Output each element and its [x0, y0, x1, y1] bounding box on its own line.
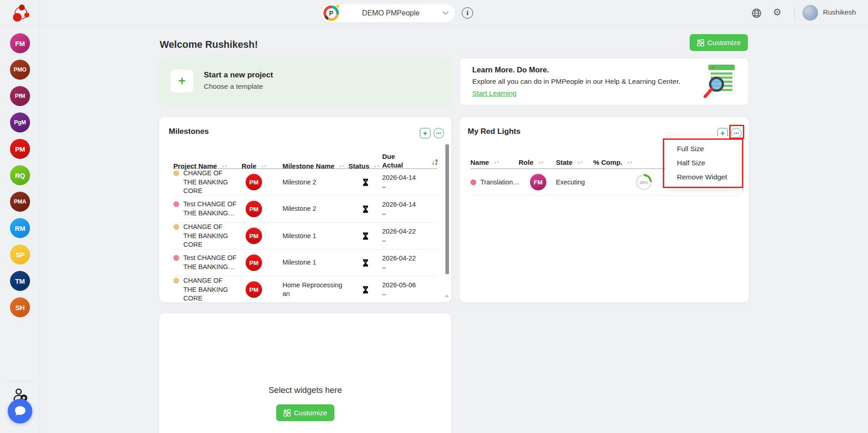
sidebar-role-pgm[interactable]: PgM [10, 112, 30, 132]
column-project-name[interactable]: Project Name▲▼ [173, 162, 242, 170]
sidebar-role-pmo[interactable]: PMO [10, 60, 30, 80]
milestone-row: CHANGE OF THE BANKING CORE PM Home Repro… [173, 276, 438, 302]
column-name[interactable]: Name▲▼ [470, 158, 519, 166]
project-name-cell: CHANGE OF THE BANKING CORE [173, 276, 242, 302]
sort-icon[interactable]: ▲▼ [222, 165, 227, 167]
role-cell: PM [242, 255, 283, 271]
chat-button[interactable] [8, 399, 32, 423]
sidebar-role-rq[interactable]: RQ [10, 165, 30, 185]
project-name-cell: CHANGE OF THE BANKING CORE [173, 169, 242, 196]
workspace-name: DEMO PMPeople [339, 9, 443, 17]
progress-ring-label: 25% [638, 176, 650, 188]
red-lights-title: My Red Lights [468, 127, 520, 136]
sidebar-role-sh[interactable]: SH [10, 297, 30, 317]
sidebar-roles: FMPMOPfMPgMPMRQPMARMSPTMSH [0, 33, 40, 317]
hourglass-icon [363, 205, 368, 213]
customize-button-bottom[interactable]: Customize [276, 404, 334, 421]
menu-item-half-size[interactable]: Half Size [677, 156, 742, 170]
sidebar-role-tm[interactable]: TM [10, 271, 30, 291]
user-avatar[interactable] [802, 4, 819, 21]
project-status-dot [173, 201, 179, 207]
role-cell: FM [519, 174, 556, 190]
sort-icon[interactable]: ▲▼ [577, 161, 583, 163]
gear-icon[interactable]: ⚙ [773, 7, 782, 17]
milestone-row: CHANGE OF THE BANKING CORE PM Milestone … [173, 223, 438, 250]
learning-illustration [699, 63, 737, 102]
column-milestone-name[interactable]: Milestone Name▲▼ [283, 162, 348, 170]
sort-icon[interactable]: ▲▼ [538, 161, 544, 163]
column-pct-comp[interactable]: % Comp.▲▼ [593, 158, 657, 166]
learn-more-card: Learn More. Do More. Explore all you can… [459, 58, 749, 105]
milestones-table-header: Project Name▲▼ Role▲▼ Milestone Name▲▼ S… [173, 153, 438, 169]
role-cell: PM [242, 228, 283, 244]
name-cell: Translation… [470, 178, 519, 186]
pmpeople-logo-icon: P ★ [323, 5, 339, 21]
sort-icon[interactable]: ▲▼ [627, 161, 633, 163]
start-new-project-card[interactable]: + Start a new project Choose a template [159, 58, 451, 105]
sidebar-role-sp[interactable]: SP [10, 245, 30, 265]
sidebar-role-pma[interactable]: PMA [10, 192, 30, 212]
widget-placeholder-card: Select widgets here Customize [159, 313, 451, 433]
placeholder-title: Select widgets here [268, 385, 342, 395]
status-cell [348, 205, 382, 213]
topbar-divider [794, 8, 795, 19]
milestone-row: Test CHANGE OF THE BANKING… PM Milestone… [173, 196, 438, 223]
sort-descending-icon[interactable]: ↓AZ [431, 158, 438, 166]
milestone-row: CHANGE OF THE BANKING CORE PM Milestone … [173, 169, 438, 196]
widget-menu: Full SizeHalf SizeRemove Widget [665, 136, 742, 187]
learn-card-title: Learn More. Do More. [472, 66, 549, 74]
add-widget-button[interactable]: + [420, 128, 430, 138]
column-state[interactable]: State▲▼ [556, 158, 593, 166]
sidebar-role-rm[interactable]: RM [10, 218, 30, 238]
sort-icon[interactable]: ▲▼ [494, 161, 500, 163]
hourglass-icon [363, 232, 368, 240]
learn-card-body: Explore all you can do in PMPeople in ou… [472, 77, 681, 86]
red-lights-widget: My Red Lights + Name▲▼ Role▲▼ State▲▼ % … [459, 117, 749, 302]
page-title: Welcome Rushikesh! [160, 39, 258, 51]
red-light-dot [470, 179, 476, 185]
milestones-widget: Milestones + Project Name▲▼ Role▲▼ Miles… [159, 117, 451, 302]
column-status[interactable]: Status▲▼ [348, 162, 382, 170]
role-badge-pm: PM [246, 174, 262, 190]
user-name: Rushikesh [823, 8, 856, 16]
sort-icon[interactable]: ▲▼ [339, 165, 345, 167]
sidebar-role-fm[interactable]: FM [10, 33, 30, 53]
sidebar-role-pfm[interactable]: PfM [10, 86, 30, 106]
column-role[interactable]: Role▲▼ [242, 162, 283, 170]
menu-item-remove-widget[interactable]: Remove Widget [677, 170, 742, 184]
column-role[interactable]: Role▲▼ [519, 158, 556, 166]
state-cell: Executing [556, 178, 593, 186]
project-name-cell: CHANGE OF THE BANKING CORE [173, 223, 242, 250]
status-cell [348, 178, 382, 186]
project-status-dot [173, 255, 179, 261]
progress-ring: 25% [636, 174, 652, 190]
red-lights-rows: Translation… FM Executing 25% 2026-03-28 [470, 169, 742, 302]
chat-bubble-icon [13, 405, 27, 418]
widgets-grid-icon [697, 39, 704, 46]
project-name-cell: Test CHANGE OF THE BANKING… [173, 200, 242, 218]
sidebar-divider [5, 381, 35, 382]
start-learning-link[interactable]: Start Learning [472, 89, 516, 97]
milestone-row: Test CHANGE OF THE BANKING… PM Milestone… [173, 250, 438, 276]
info-icon[interactable]: i [462, 7, 473, 19]
sort-icon[interactable]: ▲▼ [374, 165, 380, 167]
globe-icon[interactable] [751, 8, 762, 19]
pmpeople-logo-letter: P [326, 8, 336, 18]
hourglass-icon [363, 259, 368, 267]
menu-item-full-size[interactable]: Full Size [677, 142, 742, 156]
role-badge-fm: FM [530, 174, 546, 190]
scrollbar-arrow[interactable] [444, 294, 449, 297]
due-actual-cell: 2026-04-22– [382, 254, 438, 272]
hourglass-icon [363, 178, 368, 186]
star-icon: ★ [335, 2, 341, 10]
sort-icon[interactable]: ▲▼ [261, 165, 267, 167]
pct-cell: 25% [593, 174, 657, 190]
workspace-selector[interactable]: P ★ DEMO PMPeople [321, 4, 455, 23]
scrollbar-thumb[interactable] [445, 144, 449, 274]
sidebar-role-pm[interactable]: PM [10, 139, 30, 159]
role-badge-pm: PM [246, 201, 262, 217]
widget-options-button[interactable] [434, 128, 444, 138]
customize-button[interactable]: Customize [690, 34, 748, 51]
milestone-name-cell: Milestone 2 [283, 204, 348, 214]
column-due-actual[interactable]: DueActual [382, 153, 438, 170]
